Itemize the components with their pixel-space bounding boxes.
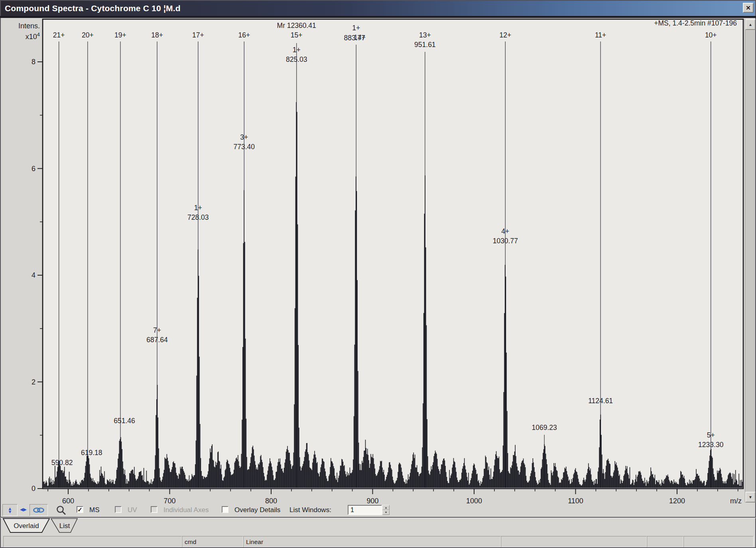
peak-value-label: 18+ [151,32,163,39]
peak-value-label: 825.03 [286,56,307,63]
peak-value-label: 10+ [705,32,717,39]
peak-value-label: 21+ [53,32,65,39]
scroll-up-icon: ▲ [748,22,752,27]
peak-value-label: 16+ [238,32,250,39]
peak-value-label: 651.46 [114,418,135,425]
peak-value-label: 1030.77 [493,238,518,245]
chain-link-icon [33,507,45,513]
uv-checkbox-label: UV [128,506,137,514]
toolbar-divider [0,517,756,518]
peak-value-label: 13+ [419,32,431,39]
peak-value-label: 15+ [291,32,303,39]
peak-value-label: 11+ [595,32,606,39]
zoom-tool-button[interactable] [56,505,67,517]
individual-axes-label: Individual Axes [163,506,209,514]
peak-value-label: 1124.61 [588,398,613,405]
spinner-up-icon: ▲ [385,506,388,509]
scroll-down-button[interactable]: ▼ [745,492,756,503]
up-down-arrows-icon: ▲▼ [8,507,12,514]
peak-value-label: 1+ [352,25,360,32]
peak-value-label: 883.77 [344,35,365,42]
peak-value-label: 687.64 [146,337,168,344]
peak-value-label: 4+ [501,228,509,235]
fit-vertical-button[interactable]: ▲▼ [2,504,18,516]
ms-checkbox[interactable]: ✓ [77,506,83,513]
bottom-toolbar: ▲▼ ◀▶ ✓ MS UV Individual Axes Overlay De… [0,503,756,518]
status-cell [501,536,647,547]
status-cell [683,536,754,547]
svg-text:4: 4 [32,271,35,279]
overlay-details-checkbox[interactable] [222,506,228,513]
y-axis-caption: Intens. x104 [10,21,40,42]
status-cell-linear: Linear [243,536,501,547]
view-tabs: Overlaid List [0,518,104,534]
peak-value-label: 728.03 [187,214,209,221]
overlay-details-label: Overlay Details [234,506,280,514]
status-bar: cmdLinear [0,535,756,548]
mr-mass-label: Mr 12360.41 [277,22,316,30]
tab-overlaid[interactable]: Overlaid [14,522,39,530]
list-windows-spinner: ▲ ▼ [382,505,390,515]
peak-value-label: 12+ [499,32,511,39]
peak-value-label: 951.61 [414,41,436,49]
spinner-up-button[interactable]: ▲ [382,505,390,510]
peak-value-label: 619.18 [81,449,102,457]
status-cell [647,536,683,547]
link-axes-button[interactable] [30,504,48,516]
peak-value-label: 1+ [293,47,301,54]
peak-value-label: 20+ [82,32,94,39]
vertical-scrollbar[interactable]: ▲ ▼ [745,19,755,503]
left-right-arrows-icon[interactable]: ◀▶ [20,507,27,512]
status-cell-cmd: cmd [182,536,243,547]
spinner-down-button[interactable]: ▼ [382,510,390,515]
ms-checkbox-label: MS [89,506,100,514]
spinner-down-icon: ▼ [385,511,388,514]
tab-list[interactable]: List [59,522,70,530]
spectrum-chart: 02468600700800900100011001200m/z [0,0,756,548]
scroll-down-icon: ▼ [748,495,752,499]
peak-value-label: 3+ [240,134,248,141]
app-window: Compound Spectra - Cytochrome C 10 ¦M.d … [0,0,756,548]
peak-value-label: 1233.30 [698,442,723,449]
uv-checkbox[interactable] [115,506,122,513]
svg-text:0: 0 [32,485,35,493]
peak-value-label: 5+ [707,432,715,439]
svg-text:6: 6 [32,165,35,173]
individual-axes-checkbox[interactable] [151,506,158,513]
peak-value-label: 7+ [153,327,161,334]
svg-text:2: 2 [32,378,35,386]
status-cell [3,536,182,547]
peak-value-label: 1+ [194,205,202,212]
peak-value-label: 17+ [192,32,204,39]
scroll-up-button[interactable]: ▲ [745,19,756,30]
peak-value-label: 773.40 [234,144,255,151]
peak-value-label: 19+ [114,32,126,39]
magnifier-icon [56,505,67,516]
list-windows-label: List Windows: [289,506,331,514]
peak-value-label: 590.82 [51,459,73,467]
svg-text:8: 8 [32,58,35,66]
peak-value-label: 1069.23 [532,424,557,432]
scan-info-label: +MS, 1.4-2.5min #107-196 [654,20,737,27]
check-icon: ✓ [77,507,83,513]
list-windows-input[interactable]: 1 [348,505,382,515]
